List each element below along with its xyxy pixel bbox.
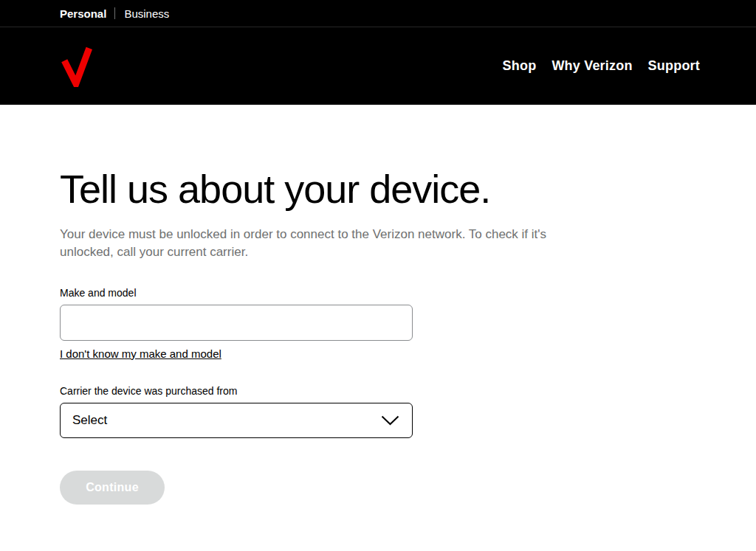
verizon-logo[interactable] xyxy=(55,46,98,87)
utility-bar-divider xyxy=(114,7,115,19)
make-model-label: Make and model xyxy=(60,288,756,298)
tab-personal[interactable]: Personal xyxy=(60,8,106,19)
utility-bar: Personal Business xyxy=(0,0,756,27)
page-subtitle: Your device must be unlocked in order to… xyxy=(60,226,547,261)
chevron-down-icon xyxy=(381,415,399,426)
carrier-select[interactable]: Select xyxy=(60,403,413,438)
verizon-checkmark-icon xyxy=(55,46,98,87)
main-nav: Shop Why Verizon Support xyxy=(503,58,700,74)
page-title: Tell us about your device. xyxy=(60,168,756,210)
carrier-field-group: Carrier the device was purchased from Se… xyxy=(60,386,756,438)
nav-item-shop[interactable]: Shop xyxy=(503,58,537,74)
nav-item-support[interactable]: Support xyxy=(648,58,700,74)
site-header: Shop Why Verizon Support xyxy=(0,27,756,105)
carrier-label: Carrier the device was purchased from xyxy=(60,386,756,396)
unknown-make-model-link[interactable]: I don't know my make and model xyxy=(60,347,221,360)
continue-button[interactable]: Continue xyxy=(60,471,165,505)
make-model-input[interactable] xyxy=(60,305,413,341)
nav-item-why-verizon[interactable]: Why Verizon xyxy=(551,58,632,74)
carrier-select-value: Select xyxy=(72,413,107,428)
main-content: Tell us about your device. Your device m… xyxy=(0,105,756,505)
make-model-field-group: Make and model I don't know my make and … xyxy=(60,288,756,361)
tab-business[interactable]: Business xyxy=(124,8,169,19)
